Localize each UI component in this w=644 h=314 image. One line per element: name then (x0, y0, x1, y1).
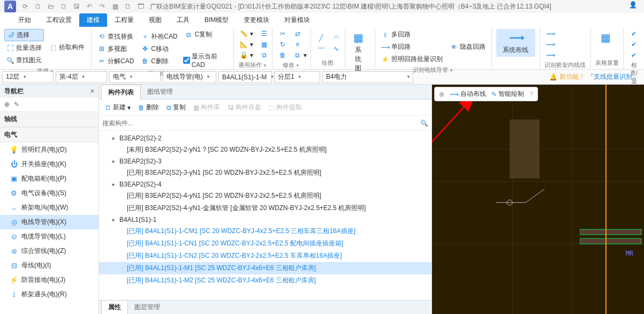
bridge-btn[interactable]: ⟿ (544, 50, 556, 60)
qat-icon[interactable]: 🗁 (46, 3, 56, 10)
tree-leaf[interactable]: [已用] B4AL1(S1)-1-M1 [SC 25 WDZC-BYJ-4x6+… (99, 262, 431, 274)
qat-icon[interactable]: 🗋 (59, 3, 69, 10)
close-icon[interactable]: × (90, 87, 94, 95)
tab-layer-manage[interactable]: 图层管理 (128, 301, 166, 314)
nav-section-axis[interactable]: 轴线 (0, 111, 99, 127)
discipline-combo[interactable]: 电气▼ (109, 71, 161, 83)
tab-quantity[interactable]: 工程量 (107, 13, 141, 27)
check-btn[interactable]: ✔ (628, 50, 640, 60)
chevron-down-icon[interactable]: ▾ (112, 182, 118, 188)
system-diagram-button[interactable]: ▦ 系统图 (350, 29, 370, 75)
tree-group[interactable]: ▾B4AL1(S1)-1 (99, 214, 431, 225)
show-current-cad-checkbox[interactable]: 显示当前CAD (183, 52, 229, 69)
qat-icon[interactable]: ↶ (85, 3, 94, 10)
floor-combo[interactable]: 12层▼ (2, 71, 54, 83)
tree-leaf[interactable]: [已用] B4AL1(S1)-1-CN1 [SC 20 WDZC-BYJ-2x2… (99, 237, 431, 250)
sidebar-item[interactable]: ⚡防雷接地(电)(J) (0, 273, 99, 287)
qat-icon[interactable]: 🗋 (123, 3, 133, 10)
common-btn[interactable]: 🔒▾ (238, 50, 255, 60)
common-btn[interactable]: ☰ (259, 29, 270, 39)
drawing-canvas[interactable]: ⊕ ⟿自动布线 ✎智能绘制 ? MR (432, 85, 644, 314)
chevron-down-icon[interactable]: ▾ (112, 136, 118, 141)
tab-project-settings[interactable]: 工程设置 (39, 13, 79, 27)
tab-component-list[interactable]: 构件列表 (101, 85, 141, 100)
search-icon[interactable]: 🔍 (420, 119, 428, 127)
tab-view[interactable]: 视图 (141, 13, 169, 27)
lighting-batch-button[interactable]: ⚡照明回路批量识别 (380, 54, 445, 65)
tab-tools[interactable]: 工具 (169, 13, 197, 27)
c-delete-button[interactable]: 🗑C删除 (139, 56, 179, 67)
compass-icon[interactable]: ⊕ (439, 91, 444, 98)
tree-group[interactable]: ▾B3EAP2(S2)-2 (99, 133, 431, 144)
qat-icon[interactable]: 🖫 (72, 3, 81, 10)
qat-icon[interactable]: 🗋 (33, 3, 43, 10)
check-btn[interactable]: ✔ (628, 40, 640, 49)
batch-select-button[interactable]: ⛶批量选择 (4, 42, 44, 54)
tab-properties[interactable]: 属性 (101, 300, 128, 314)
new-feature-link[interactable]: 「支线批量识别」 (587, 72, 639, 81)
new-button[interactable]: 🗋新建 ▾ (102, 102, 133, 113)
expand-icon[interactable]: ⊕ (4, 101, 10, 108)
hide-circuit-button[interactable]: 👁隐盘回路 (448, 41, 488, 53)
search-input[interactable] (102, 119, 420, 127)
common-btn[interactable]: 📏▾ (238, 29, 255, 39)
modify-btn[interactable]: ⇄ (292, 29, 309, 39)
qat-icon[interactable]: ⟳ (20, 3, 30, 10)
tree-group[interactable]: ▾B3EAP2(S2)-3 (99, 156, 431, 167)
bridge-btn[interactable]: ⟿ (544, 40, 556, 49)
tree-leaf[interactable]: [已用] B3EAP2(S2)-3-yN1 [SC 20 WDZN-BYJ-2x… (99, 167, 431, 179)
component-tree[interactable]: ▾B3EAP2(S2)-2[未用] B3EAP2(S2)-2-yN1 ? [SC… (99, 131, 431, 300)
c-copy-button[interactable]: ⧉C复制 (183, 29, 229, 40)
decompose-cad-button[interactable]: ✂分解CAD (96, 56, 136, 67)
chevron-down-icon[interactable]: ▾ (112, 217, 118, 223)
pick-component-button[interactable]: ⬚拾取构件 (47, 42, 87, 53)
subfloor-combo[interactable]: 第-4层▼ (56, 71, 107, 83)
delete-button[interactable]: 🗑删除 (135, 102, 162, 113)
tab-modeling[interactable]: 建模 (79, 13, 107, 27)
sidebar-item[interactable]: ⚙电气设备(电)(S) (0, 186, 99, 200)
tree-leaf[interactable]: [未用] B3EAP2(S2)-2-yN1 ? [SC 20 WDZN-BYJ-… (99, 144, 431, 156)
sidebar-item[interactable]: ▣配电箱柜(电)(P) (0, 171, 99, 186)
tab-bim-model[interactable]: BIM模型 (197, 13, 236, 27)
conduit-combo[interactable]: 电线导管(电)▼ (163, 71, 216, 83)
tree-leaf[interactable]: [已用] B3EAP2(S2)-4-yN1-金属软管 [金属软管 20 WDZN… (99, 202, 431, 214)
multi-circuit-button[interactable]: ⫴多回路 (380, 29, 445, 40)
table-calc-button[interactable]: ▦ (595, 29, 619, 46)
find-element-button[interactable]: 🔍查找图元 (4, 55, 44, 66)
draw-btn[interactable]: ∿ (330, 44, 342, 54)
sidebar-item[interactable]: ⊝电缆导管(电)(L) (0, 229, 99, 244)
help-icon[interactable]: ? (529, 91, 533, 98)
modify-btn[interactable]: ⧉▾ (292, 50, 309, 60)
tree-leaf[interactable]: [已用] B4AL1(S1)-1-CN2 [SC 20 WDZC-BYJ-2x2… (99, 250, 431, 262)
edit-icon[interactable]: ✎ (14, 101, 19, 108)
smart-draw-button[interactable]: ✎智能绘制 (491, 89, 524, 99)
common-btn[interactable]: ▦ (259, 40, 270, 49)
bridge-btn[interactable]: ⟿ (544, 29, 556, 39)
common-btn[interactable]: ⧉ (259, 50, 270, 60)
tab-drawing-manage[interactable]: 图纸管理 (141, 85, 179, 99)
qat-icon[interactable]: ↷ (97, 3, 107, 10)
system-wiring-button[interactable]: ⟿ 系统布线 (496, 29, 536, 57)
sidebar-item[interactable]: ⊟母线(电)(I) (0, 258, 99, 273)
sidebar-item[interactable]: 💡照明灯具(电)(D) (0, 143, 99, 157)
tree-leaf[interactable]: [已用] B4AL1(S1)-1-CM1 [SC 20 WDZC-BYJ-4x2… (99, 225, 431, 237)
user-icon[interactable]: 👤 (629, 1, 640, 12)
copy-button[interactable]: ⧉复制 (164, 102, 188, 113)
modify-btn[interactable]: ↻ (277, 40, 289, 49)
qat-icon[interactable]: 🗔 (136, 3, 146, 10)
draw-btn[interactable]: ◠ (330, 33, 342, 43)
tab-change-module[interactable]: 变更模块 (236, 13, 277, 27)
tree-leaf[interactable]: [已用] B4AL1(S1)-1-M2 [SC 25 WDZC-BYJ-4x6+… (99, 274, 431, 287)
tab-compare-module[interactable]: 对量模块 (277, 13, 317, 27)
modify-btn[interactable]: ✂ (277, 29, 289, 39)
c-move-button[interactable]: ✥C移动 (139, 43, 179, 55)
supplement-cad-button[interactable]: ＋补画CAD (139, 31, 179, 42)
modify-btn[interactable]: ≡ (292, 40, 309, 49)
common-btn[interactable]: 📐▾ (238, 40, 255, 49)
sidebar-item[interactable]: ⏻开关插座(电)(K) (0, 157, 99, 171)
check-btn[interactable]: ✔ (628, 29, 640, 39)
find-replace-button[interactable]: ⟲查找替换 (96, 31, 136, 42)
select-button[interactable]: ⮰选择 (4, 29, 44, 41)
single-circuit-button[interactable]: ⟶单回路 (380, 41, 445, 53)
tree-group[interactable]: ▾B3EAP2(S2)-4 (99, 179, 431, 190)
